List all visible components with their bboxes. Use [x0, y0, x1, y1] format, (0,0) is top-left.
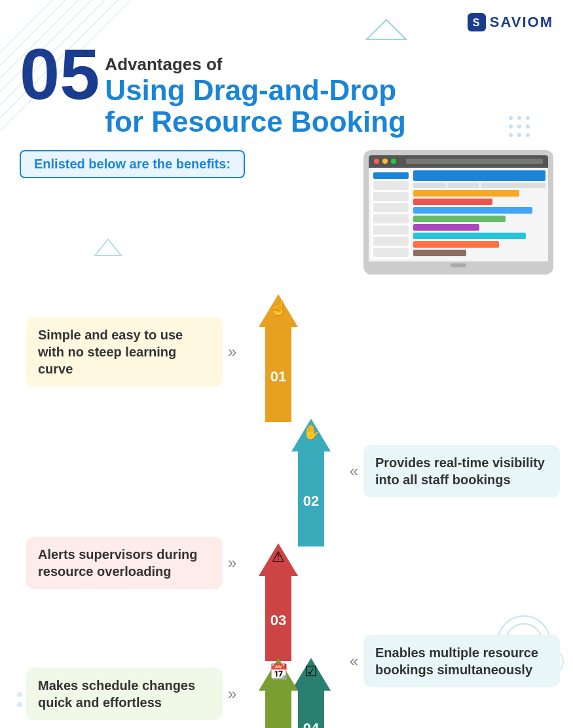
chevron-5: » — [228, 685, 236, 703]
mockup-dot-red — [374, 159, 379, 164]
mockup-gantt-row — [413, 224, 479, 231]
arrow-04: 04☑ — [291, 658, 331, 728]
title-main: Using Drag-and-Drop for Resource Booking — [105, 75, 406, 138]
mockup-gantt-row — [413, 233, 526, 239]
mockup-sidebar-item — [373, 181, 409, 190]
svg-text:⚠: ⚠ — [272, 548, 285, 565]
svg-text:✋: ✋ — [303, 423, 321, 441]
arrow-03: 03⚠ — [259, 543, 298, 661]
svg-text:📆: 📆 — [270, 662, 288, 680]
mockup-toolbar — [413, 183, 545, 188]
mockup-toolbar-item — [447, 183, 480, 188]
logo: S SAVIOM — [468, 13, 553, 31]
saviom-logo-icon: S — [468, 13, 486, 31]
arrow-05: 05📆 — [259, 658, 298, 728]
svg-text:☝️: ☝️ — [270, 299, 288, 316]
page-wrapper: S SAVIOM 05 Advantages of Using Drag-and… — [0, 0, 573, 728]
title-section: 05 Advantages of Using Drag-and-Drop for… — [20, 38, 553, 138]
arrow-01: 01☝️ — [259, 294, 298, 422]
mockup-toolbar-item — [413, 183, 446, 188]
logo-text: SAVIOM — [490, 14, 553, 31]
svg-text:01: 01 — [270, 368, 286, 384]
item-2-container: « Provides real-time visibility into all… — [350, 445, 560, 497]
title-text-block: Advantages of Using Drag-and-Drop for Re… — [105, 54, 406, 138]
item-1-text: Simple and easy to use with no steep lea… — [38, 328, 183, 376]
mockup-gantt-row — [413, 241, 499, 248]
item-3-box: Alerts supervisors during resource overl… — [26, 537, 223, 589]
benefits-banner: Enlisted below are the benefits: — [20, 150, 245, 178]
title-number: 05 — [20, 33, 100, 114]
item-5-container: Makes schedule changes quick and effortl… — [26, 668, 236, 720]
svg-text:02: 02 — [303, 492, 319, 508]
item-3-text: Alerts supervisors during resource overl… — [38, 547, 197, 579]
item-1-box: Simple and easy to use with no steep lea… — [26, 317, 223, 387]
mockup-sidebar-item — [373, 237, 409, 246]
mockup-content — [369, 168, 548, 261]
item-2-box: Provides real-time visibility into all s… — [363, 445, 560, 497]
svg-text:S: S — [473, 17, 481, 28]
chevron-1: » — [228, 343, 236, 361]
mockup-toolbar-item — [481, 183, 545, 188]
mockup-bottom-bar — [369, 261, 548, 269]
mockup-chart-title — [413, 170, 545, 181]
mockup-gantt-row — [413, 199, 492, 205]
title-advantages: Advantages of — [105, 54, 406, 75]
mockup-gantt-row — [413, 190, 519, 197]
item-5-text: Makes schedule changes quick and effortl… — [38, 678, 195, 710]
mockup-dot-yellow — [382, 159, 388, 164]
screenshot-mockup — [363, 150, 553, 275]
svg-text:03: 03 — [270, 612, 286, 628]
mockup-sidebar-item — [373, 203, 409, 212]
mockup-home-button — [451, 263, 466, 267]
mockup-sidebar-logo — [373, 172, 409, 179]
item-1-container: Simple and easy to use with no steep lea… — [26, 317, 236, 387]
svg-text:☑: ☑ — [305, 663, 318, 680]
mockup-main-area — [413, 170, 545, 259]
mockup-sidebar-item — [373, 214, 409, 223]
mockup-url-bar — [406, 159, 543, 164]
item-4-box: Enables multiple resource bookings simul… — [363, 635, 560, 687]
chevron-3: » — [228, 554, 236, 572]
mockup-gantt-row — [413, 216, 506, 222]
arrow-02: 02✋ — [291, 419, 331, 546]
mockup-sidebar-item — [373, 225, 409, 235]
item-4-text: Enables multiple resource bookings simul… — [375, 645, 538, 677]
chevron-2: « — [350, 462, 358, 480]
item-3-container: Alerts supervisors during resource overl… — [26, 537, 236, 589]
benefits-text: Enlisted below are the benefits: — [34, 157, 231, 171]
mockup-dot-green — [391, 159, 396, 164]
title-main-line1: Using Drag-and-Drop — [105, 74, 396, 106]
title-main-line2: for Resource Booking — [105, 105, 406, 138]
mockup-gantt-row — [413, 250, 466, 256]
item-2-text: Provides real-time visibility into all s… — [375, 455, 545, 487]
mockup-sidebar-item — [373, 192, 409, 201]
header: S SAVIOM — [20, 13, 553, 31]
item-4-container: « Enables multiple resource bookings sim… — [350, 635, 560, 687]
mockup-sidebar — [371, 170, 411, 259]
mockup-titlebar — [369, 155, 548, 168]
chevron-4: « — [350, 652, 358, 670]
item-5-box: Makes schedule changes quick and effortl… — [26, 668, 223, 720]
svg-text:04: 04 — [303, 720, 320, 728]
mockup-sidebar-item — [373, 248, 409, 257]
infographic-area: 01☝️02✋03⚠04☑05📆 Simple and easy to use … — [20, 281, 566, 728]
mockup-gantt-row — [413, 207, 532, 214]
